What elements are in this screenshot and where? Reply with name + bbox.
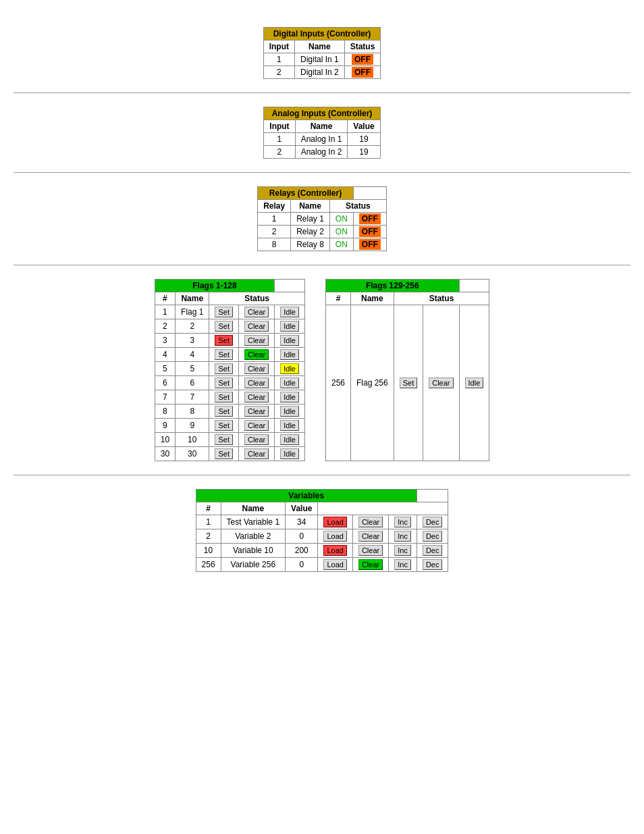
var-load-button[interactable]: Load (323, 559, 346, 570)
flag-set-button[interactable]: Set (215, 406, 233, 417)
flag-clear-button[interactable]: Clear (244, 377, 269, 388)
flags-1-128-title: Flags 1-128 (155, 280, 275, 292)
analog-inputs-title: Analog Inputs (Controller) (264, 107, 380, 120)
flag-clear-button[interactable]: Clear (244, 420, 269, 431)
var-load-button[interactable]: Load (323, 531, 346, 542)
flag-set-button[interactable]: Set (215, 321, 233, 332)
flag-set-button[interactable]: Set (215, 377, 233, 388)
flags-col-num: # (155, 292, 175, 305)
var-inc-cell: Inc (389, 544, 417, 558)
flag-idle-button[interactable]: Idle (280, 406, 299, 417)
flag-idle-button[interactable]: Idle (280, 392, 299, 402)
flag-set-button[interactable]: Set (215, 434, 233, 445)
flag-set-button[interactable]: Set (215, 363, 233, 374)
var-inc-cell: Inc (389, 515, 417, 529)
flag-set-cell: Set (209, 348, 239, 362)
flag-idle-button[interactable]: Idle (280, 349, 299, 360)
var-dec-cell: Dec (417, 529, 448, 544)
analog-input-value: 19 (348, 133, 380, 146)
flag2-set-button[interactable]: Set (400, 377, 418, 388)
variable-row: 2 Variable 2 0 Load Clear Inc Dec (196, 529, 448, 544)
relay-status: OFF (353, 213, 386, 226)
flag2-clear-button[interactable]: Clear (429, 377, 453, 388)
flag-clear-cell: Clear (238, 348, 274, 362)
flag-clear-button[interactable]: Clear (244, 363, 269, 374)
var-inc-button[interactable]: Inc (394, 559, 411, 570)
relays-section: Relays (Controller) Relay Name Status 1 … (14, 173, 630, 265)
flag-idle-button[interactable]: Idle (280, 420, 299, 431)
flag-set-button[interactable]: Set (215, 335, 233, 346)
flag-clear-button[interactable]: Clear (244, 448, 269, 459)
relay-status: OFF (353, 238, 386, 251)
flag-clear-cell: Clear (238, 319, 274, 334)
analog-col-input: Input (264, 120, 295, 133)
flag-idle-button[interactable]: Idle (280, 377, 299, 388)
var-clear-button[interactable]: Clear (358, 559, 383, 570)
flag-set-button[interactable]: Set (215, 392, 233, 402)
flag-idle-button[interactable]: Idle (280, 321, 299, 332)
flag-clear-cell: Clear (238, 362, 274, 376)
flag-clear-button[interactable]: Clear (244, 406, 269, 417)
flag-clear-button[interactable]: Clear (244, 307, 269, 317)
digital-inputs-section: Digital Inputs (Controller) Input Name S… (14, 14, 630, 93)
flag-num: 7 (155, 390, 175, 405)
relay-num: 1 (258, 213, 291, 226)
var-value: 0 (286, 529, 318, 544)
flag-set-button[interactable]: Set (215, 349, 233, 360)
flag2-idle-button[interactable]: Idle (465, 377, 484, 388)
var-dec-button[interactable]: Dec (423, 559, 443, 570)
flag-num: 30 (155, 447, 175, 461)
flag-idle-button[interactable]: Idle (280, 335, 299, 346)
var-value: 0 (286, 558, 318, 572)
flag-set-button[interactable]: Set (215, 448, 233, 459)
var-clear-button[interactable]: Clear (358, 531, 383, 542)
flag-clear-button[interactable]: Clear (244, 392, 269, 402)
flag-set-cell: Set (209, 447, 239, 461)
flag-clear-cell: Clear (238, 334, 274, 348)
flag-num: 9 (155, 419, 175, 433)
digital-input-status: OFF (344, 53, 381, 66)
flags2-col-name: Name (351, 292, 394, 305)
flag-clear-cell: Clear (238, 376, 274, 390)
flag-clear-button[interactable]: Clear (244, 321, 269, 332)
flag-clear-button[interactable]: Clear (244, 434, 269, 445)
flag-idle-cell: Idle (275, 405, 305, 419)
relay-status: OFF (353, 226, 386, 238)
flag-set-button[interactable]: Set (215, 307, 233, 317)
flag2-num: 256 (325, 305, 350, 461)
var-dec-button[interactable]: Dec (423, 545, 443, 556)
flag-idle-button[interactable]: Idle (280, 363, 299, 374)
var-name: Variable 2 (221, 529, 286, 544)
var-clear-button[interactable]: Clear (358, 517, 383, 527)
flag-clear-button[interactable]: Clear (244, 335, 269, 346)
var-inc-button[interactable]: Inc (394, 545, 411, 556)
analog-input-row: 1 Analog In 1 19 (264, 133, 380, 146)
analog-input-num: 2 (264, 146, 295, 159)
digital-inputs-table: Digital Inputs (Controller) Input Name S… (263, 27, 381, 79)
flag-idle-cell: Idle (275, 419, 305, 433)
flags-section: Flags 1-128 # Name Status 1 Flag 1 Set C… (14, 265, 630, 475)
flag-name: 5 (176, 362, 209, 376)
var-inc-button[interactable]: Inc (394, 517, 411, 527)
flag-row: 9 9 Set Clear Idle (155, 419, 304, 433)
var-clear-button[interactable]: Clear (358, 545, 383, 556)
flag-idle-cell: Idle (275, 362, 305, 376)
var-load-button[interactable]: Load (323, 517, 346, 527)
var-dec-button[interactable]: Dec (423, 531, 443, 542)
flag-idle-button[interactable]: Idle (280, 434, 299, 445)
flag-idle-cell: Idle (275, 348, 305, 362)
flag-idle-button[interactable]: Idle (280, 448, 299, 459)
flag-set-button[interactable]: Set (215, 420, 233, 431)
flag2-name: Flag 256 (351, 305, 394, 461)
flag-row: 1 Flag 1 Set Clear Idle (155, 305, 304, 319)
flag-idle-cell: Idle (275, 376, 305, 390)
var-load-button[interactable]: Load (323, 545, 346, 556)
flag-clear-button[interactable]: Clear (244, 349, 269, 360)
flag-name: 10 (176, 433, 209, 447)
flag-num: 4 (155, 348, 175, 362)
var-inc-button[interactable]: Inc (394, 531, 411, 542)
var-dec-button[interactable]: Dec (423, 517, 443, 527)
flag2-clear-cell: Clear (423, 305, 459, 461)
flag-name: 3 (176, 334, 209, 348)
flag-idle-button[interactable]: Idle (280, 307, 299, 317)
